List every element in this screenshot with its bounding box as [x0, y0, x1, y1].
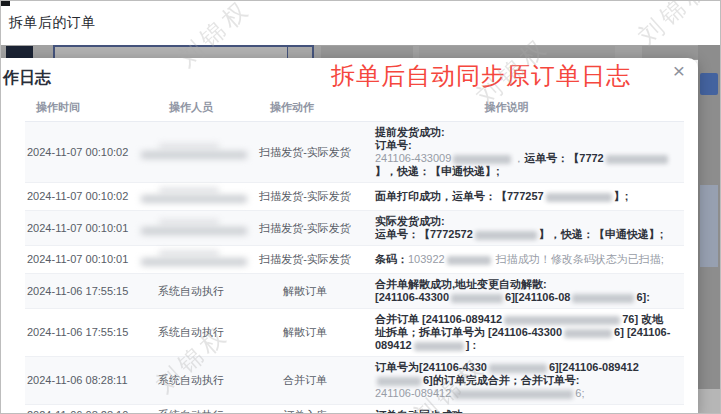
redacted-text — [564, 329, 612, 338]
cell-operation-action: 扫描发货-实际发货 — [241, 186, 369, 207]
description-text: 】，快递：【申通快递】; — [539, 228, 664, 240]
redacted-text — [453, 155, 511, 164]
description-text: 扫描成功！修改条码状态为已扫描; — [493, 253, 664, 265]
description-text: 6]的订单完成合并；合并订单号: — [423, 374, 579, 386]
redacted-operator — [141, 250, 247, 266]
cell-operation-description: 实际发货成功:运单号：【7772572】，快递：【申通快递】; — [369, 211, 684, 245]
cell-operation-time: 2024-11-07 00:10:02 — [25, 142, 141, 163]
description-text: 】; — [614, 190, 629, 202]
operation-log-dialog: 作日志 拆单后自动同步原订单日志 × 操作时间操作人员操作动作操作说明 2024… — [1, 58, 698, 414]
description-text: 】，快递：【申通快递】; — [375, 165, 500, 177]
redacted-text — [504, 316, 620, 325]
cell-operation-description: 合并订单 [241106-08941276] 改地址拆单；拆单订单号为 [241… — [369, 309, 684, 356]
redacted-text — [414, 342, 464, 351]
cell-operator: 系统自动执行 — [141, 405, 241, 414]
redacted-text — [546, 193, 612, 202]
cell-operation-action: 扫描发货-实际发货 — [241, 249, 369, 270]
column-header: 操作人员 — [141, 94, 241, 121]
cell-operation-description: 面单打印成功，运单号：【777257】; — [369, 186, 684, 207]
redacted-text — [447, 256, 491, 265]
description-text: 合并单解散成功,地址变更自动解散: — [375, 278, 547, 290]
screenshot-canvas: 拆单后的订单 作日志 拆单后自动同步原订单日志 × 操作时间操作人员操作动作操作… — [0, 0, 721, 414]
cell-operation-action: 扫描发货-实际发货 — [241, 142, 369, 163]
redacted-text — [451, 294, 503, 303]
description-text: 241106-433009 — [375, 152, 451, 164]
description-text: 合并订单 [241106-089412 — [375, 313, 502, 325]
cell-operation-time: 2024-11-06 17:55:15 — [25, 322, 141, 343]
column-header: 操作动作 — [241, 94, 369, 121]
dimmed-panel — [700, 185, 718, 267]
page-title: 拆单后的订单 — [9, 14, 96, 32]
log-table: 操作时间操作人员操作动作操作说明 2024-11-07 00:10:02扫描发货… — [1, 94, 698, 414]
description-text: 订单号: — [375, 139, 412, 151]
table-body: 2024-11-07 00:10:02扫描发货-实际发货提前发货成功:订单号:2… — [25, 122, 684, 414]
description-text: 6][241106-089412 — [549, 361, 639, 373]
cell-operator — [141, 215, 241, 242]
description-text: 运单号：【7772 — [524, 152, 603, 164]
table-row: 2024-11-06 08:28:11系统自动执行合并订单订单号为[241106… — [25, 357, 684, 405]
cell-operation-description: 提前发货成功:订单号:241106-433009，运单号：【7772】，快递：【… — [369, 122, 684, 182]
cell-operation-action: 解散订单 — [241, 322, 369, 343]
cell-operation-time: 2024-11-06 17:55:15 — [25, 281, 141, 302]
description-text: 6; — [575, 387, 584, 399]
cell-operator — [141, 246, 241, 273]
cell-operator — [141, 183, 241, 210]
description-text: ] : — [466, 339, 476, 351]
redacted-text — [572, 294, 634, 303]
redacted-text — [453, 390, 573, 399]
table-row: 2024-11-07 00:10:02扫描发货-实际发货面单打印成功，运单号：【… — [25, 183, 684, 211]
dialog-header: 作日志 拆单后自动同步原订单日志 × — [1, 58, 698, 94]
description-text: 6][241106-08 — [505, 291, 570, 303]
cell-operation-description: 条码：103922 扫描成功！修改条码状态为已扫描; — [369, 249, 684, 270]
cell-operator: 系统自动执行 — [141, 281, 241, 302]
cell-operator: 系统自动执行 — [141, 322, 241, 343]
column-header: 操作时间 — [25, 94, 141, 121]
description-text: 实际发货成功: — [375, 215, 445, 227]
cell-operation-time: 2024-11-06 08:28:11 — [25, 370, 141, 391]
redacted-operator — [141, 219, 247, 235]
description-text: 241106-089412 — [375, 387, 451, 399]
column-header: 操作说明 — [369, 94, 684, 121]
table-row: 2024-11-07 00:10:02扫描发货-实际发货提前发货成功:订单号:2… — [25, 122, 684, 183]
cell-operator — [141, 139, 241, 166]
redacted-operator — [141, 187, 247, 203]
description-text: [241106-43300 — [375, 291, 449, 303]
table-row: 2024-11-06 17:55:15系统自动执行解散订单合并单解散成功,地址变… — [25, 274, 684, 309]
cell-operation-time: 2024-11-07 00:10:01 — [25, 218, 141, 239]
redacted-text — [489, 364, 547, 373]
description-text: 订单自动同步成功: — [375, 409, 467, 414]
dimmed-panel — [698, 389, 720, 414]
table-header: 操作时间操作人员操作动作操作说明 — [25, 94, 684, 122]
cell-operator: 系统自动执行 — [141, 370, 241, 391]
redacted-operator — [141, 143, 247, 159]
redacted-text — [377, 377, 421, 386]
cell-operation-time: 2024-11-06 08:28:10 — [25, 405, 141, 414]
close-icon[interactable]: × — [673, 60, 685, 81]
dimmed-background-right — [698, 45, 720, 414]
cell-operation-description: 订单号为[241106-43306][241106-0894126]的订单完成合… — [369, 357, 684, 404]
description-text: ， — [513, 152, 524, 164]
redacted-text — [475, 231, 537, 240]
cell-operation-description: 订单自动同步成功: — [369, 405, 684, 414]
table-row: 2024-11-06 08:28:10系统自动执行订单入库订单自动同步成功: — [25, 405, 684, 414]
description-text: 运单号：【7772572 — [375, 228, 473, 240]
cell-operation-description: 合并单解散成功,地址变更自动解散:[241106-433006][241106-… — [369, 274, 684, 308]
description-text: 6]: — [636, 291, 649, 303]
description-text: 订单号为[241106-4330 — [375, 361, 487, 373]
annotation-text: 拆单后自动同步原订单日志 — [331, 60, 631, 92]
cell-operation-action: 订单入库 — [241, 405, 369, 414]
dialog-title: 作日志 — [3, 68, 51, 89]
corner-mark — [1, 1, 10, 6]
redacted-text — [606, 155, 668, 164]
cell-operation-action: 扫描发货-实际发货 — [241, 218, 369, 239]
description-text: 提前发货成功: — [375, 126, 445, 138]
cell-operation-action: 合并订单 — [241, 370, 369, 391]
description-text: 面单打印成功，运单号：【777257 — [375, 190, 544, 202]
dimmed-primary-button[interactable] — [700, 73, 718, 95]
description-text: 条码： — [375, 253, 408, 265]
cell-operation-time: 2024-11-07 00:10:02 — [25, 186, 141, 207]
cell-operation-time: 2024-11-07 00:10:01 — [25, 249, 141, 270]
table-row: 2024-11-07 00:10:01扫描发货-实际发货实际发货成功:运单号：【… — [25, 211, 684, 246]
table-row: 2024-11-06 17:55:15系统自动执行解散订单合并订单 [24110… — [25, 309, 684, 357]
description-text: 103922 — [408, 253, 445, 265]
